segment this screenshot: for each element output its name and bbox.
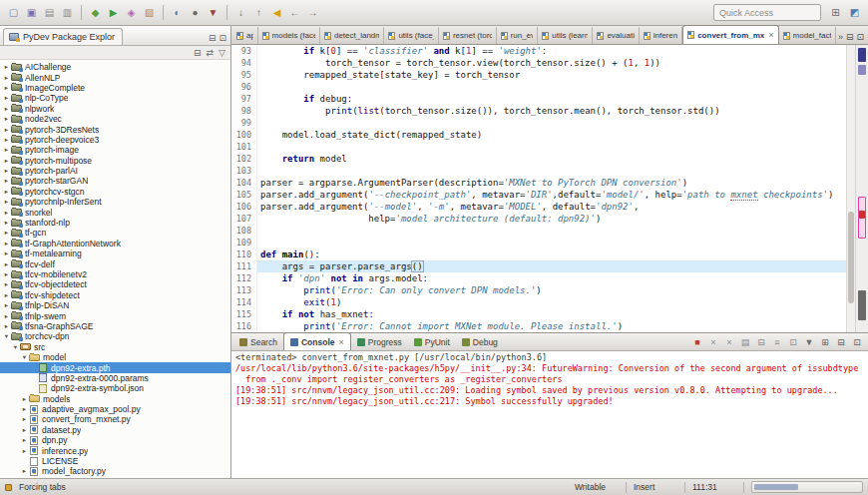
collapse-all-icon[interactable]: ⊟: [194, 48, 202, 58]
tree-item-dpn92-extra-pth[interactable]: dpn92-extra.pth: [0, 362, 230, 372]
tree-item-pytorch-parlai[interactable]: ▸pytorch-parlAI: [0, 166, 230, 176]
maximize-view-icon[interactable]: ⊡: [218, 33, 226, 43]
editor-tab-evaluation[interactable]: evaluation: [593, 27, 639, 44]
new-wizard-icon[interactable]: ▢: [5, 4, 22, 21]
tree-item-dpn92-extra-symbol-json[interactable]: dpn92-extra-symbol.json: [0, 383, 230, 393]
tree-collapsed-arrow[interactable]: ▸: [2, 94, 11, 102]
tree-item-adaptive-avgmax-pool-py[interactable]: ▸adaptive_avgmax_pool.py: [0, 404, 230, 414]
code-line-112[interactable]: 112 if 'dpn' not in args.model:: [231, 272, 846, 284]
tree-item-torchcv-dpn[interactable]: ▾torchcv-dpn: [0, 331, 230, 341]
last-edit-location-icon[interactable]: ◀: [268, 4, 285, 21]
tree-collapsed-arrow[interactable]: ▸: [2, 84, 11, 92]
console-tab-pyunit[interactable]: PyUnit: [408, 334, 456, 350]
tree-collapsed-arrow[interactable]: ▸: [2, 157, 11, 165]
scrollbar-thumb[interactable]: [848, 212, 854, 303]
editor-tab-run-eval[interactable]: run_eval: [497, 27, 539, 44]
code-line-105[interactable]: 105parser.add_argument('--checkpoint_pat…: [231, 189, 846, 201]
line-number[interactable]: 94: [231, 57, 257, 69]
editor-tab-convert-from-mx[interactable]: convert_from_mx×: [682, 25, 778, 44]
code-line-111[interactable]: 111 args = parser.parse_args(): [231, 260, 846, 272]
tree-collapsed-arrow[interactable]: ▸: [2, 167, 11, 175]
editor-tab-detect-landmark[interactable]: detect_landmark: [320, 27, 384, 44]
open-console-icon[interactable]: ⊞: [818, 335, 832, 349]
tree-item-pytorch-deepvoice3[interactable]: ▸pytorch-deepvoice3: [0, 135, 230, 145]
save-all-icon[interactable]: ▤: [41, 4, 58, 21]
tab-overflow-chevron[interactable]: »: [838, 32, 843, 42]
tree-item-src[interactable]: ▾src: [0, 342, 230, 352]
tree-collapsed-arrow[interactable]: ▸: [2, 146, 11, 154]
tree-collapsed-arrow[interactable]: ▸: [2, 260, 11, 268]
tree-collapsed-arrow[interactable]: ▸: [2, 291, 11, 299]
code-line-106[interactable]: 106parser.add_argument('--model', '-m', …: [231, 201, 846, 213]
line-number[interactable]: 114: [231, 296, 257, 308]
line-number[interactable]: 109: [231, 237, 257, 248]
tree-item-tfnlp-disan[interactable]: ▸tfnlp-DiSAN: [0, 300, 230, 310]
code-line-116[interactable]: 116 print('Error: Cannot import MXNet mo…: [231, 320, 846, 332]
code-line-102[interactable]: 102 return model: [231, 153, 846, 165]
tree-item-dataset-py[interactable]: ▸dataset.py: [0, 425, 230, 435]
tree-expanded-arrow[interactable]: ▾: [2, 332, 11, 340]
previous-annotation-icon[interactable]: ↑: [250, 4, 267, 21]
line-number[interactable]: 106: [231, 201, 257, 213]
line-number[interactable]: 105: [231, 189, 257, 201]
tree-item-license[interactable]: LICENSE: [0, 456, 230, 466]
tree-item-aichallenge[interactable]: ▸AIChallenge: [0, 62, 230, 72]
tree-item-tf-metalearning[interactable]: ▸tf-metalearning: [0, 248, 230, 258]
tree-collapsed-arrow[interactable]: ▸: [2, 136, 11, 144]
remove-launch-icon[interactable]: ×: [706, 335, 720, 349]
code-line-114[interactable]: 114 exit(1): [231, 296, 846, 308]
code-line-93[interactable]: 93 if k[0] == 'classifier' and k[1] == '…: [231, 45, 846, 57]
minimize-view-icon[interactable]: ⊟: [834, 335, 848, 349]
tree-item-tfcv-delf[interactable]: ▸tfcv-delf: [0, 258, 230, 268]
new-pydev-module-icon[interactable]: ◐: [169, 4, 186, 21]
tree-collapsed-arrow[interactable]: ▸: [2, 74, 11, 82]
code-line-97[interactable]: 97 if debug:: [231, 93, 846, 105]
code-line-94[interactable]: 94 torch_tensor = torch_tensor.view(torc…: [231, 57, 846, 69]
tree-item-models[interactable]: ▸models: [0, 394, 230, 404]
back-icon[interactable]: ←: [286, 4, 303, 21]
package-explorer-tab[interactable]: PyDev Package Explor: [3, 28, 123, 45]
tree-item-dpn-py[interactable]: ▸dpn.py: [0, 435, 230, 445]
tree-item-model-factory-py[interactable]: ▸model_factory.py: [0, 466, 230, 476]
external-tools-icon[interactable]: ▼: [205, 4, 221, 21]
clear-console-icon[interactable]: ▤: [738, 335, 752, 349]
tree-item-allennlp[interactable]: ▸AllenNLP: [0, 72, 230, 82]
tree-item-inference-py[interactable]: ▸inference.py: [0, 445, 230, 455]
view-menu-icon[interactable]: ▽: [218, 48, 225, 58]
minimize-view-icon[interactable]: ⊟: [209, 33, 217, 43]
scroll-lock-icon[interactable]: ⊟: [754, 335, 768, 349]
tree-item-pytorch-image[interactable]: ▸pytorch-image: [0, 145, 230, 155]
line-number[interactable]: 104: [231, 177, 257, 189]
code-line-98[interactable]: 98 print(list(torch_tensor.size()), torc…: [231, 105, 846, 117]
maximize-editor-icon[interactable]: ⊡: [856, 32, 864, 42]
code-line-115[interactable]: 115 if not has_mxnet:: [231, 308, 846, 320]
tree-item-pytorchnlp-infersent[interactable]: ▸pytorchnlp-InferSent: [0, 197, 230, 207]
maximize-view-icon[interactable]: ⊡: [850, 335, 864, 349]
code-line-113[interactable]: 113 print('Error: Can only convert DPN m…: [231, 284, 846, 296]
tree-item-pytorch-multipose[interactable]: ▸pytorch-multipose: [0, 156, 230, 166]
editor-tab-api[interactable]: api: [232, 27, 258, 44]
tree-collapsed-arrow[interactable]: ▸: [20, 426, 29, 434]
line-number[interactable]: 101: [231, 141, 257, 153]
print-icon[interactable]: ▥: [59, 4, 76, 21]
code-line-107[interactable]: 107 help='model architecture (default: d…: [231, 213, 846, 225]
tree-item-tf-gcn[interactable]: ▸tf-gcn: [0, 228, 230, 238]
tree-item-model[interactable]: ▾model: [0, 352, 230, 362]
display-selected-console-icon[interactable]: ▼: [802, 335, 816, 349]
next-annotation-icon[interactable]: ↓: [232, 4, 249, 21]
remove-all-launches-icon[interactable]: ×: [722, 335, 736, 349]
tree-collapsed-arrow[interactable]: ▸: [2, 322, 11, 330]
perspective-open-icon[interactable]: ⊞: [827, 4, 844, 21]
editor-tab-resnet-torchvi[interactable]: resnet (torchvi: [439, 27, 497, 44]
code-line-99[interactable]: 99: [231, 117, 846, 129]
save-icon[interactable]: ▣: [23, 4, 40, 21]
console-tab-search[interactable]: Search: [233, 334, 283, 350]
tree-collapsed-arrow[interactable]: ▸: [2, 249, 11, 257]
editor-tab-models-face-al[interactable]: models (face_al: [258, 27, 320, 44]
tree-collapsed-arrow[interactable]: ▸: [2, 301, 11, 309]
tree-collapsed-arrow[interactable]: ▸: [2, 219, 11, 227]
run-icon[interactable]: ▶: [105, 4, 122, 21]
minimize-editor-icon[interactable]: ⊟: [846, 32, 854, 42]
tree-collapsed-arrow[interactable]: ▸: [2, 270, 11, 278]
code-line-110[interactable]: 110def main():: [231, 248, 846, 260]
